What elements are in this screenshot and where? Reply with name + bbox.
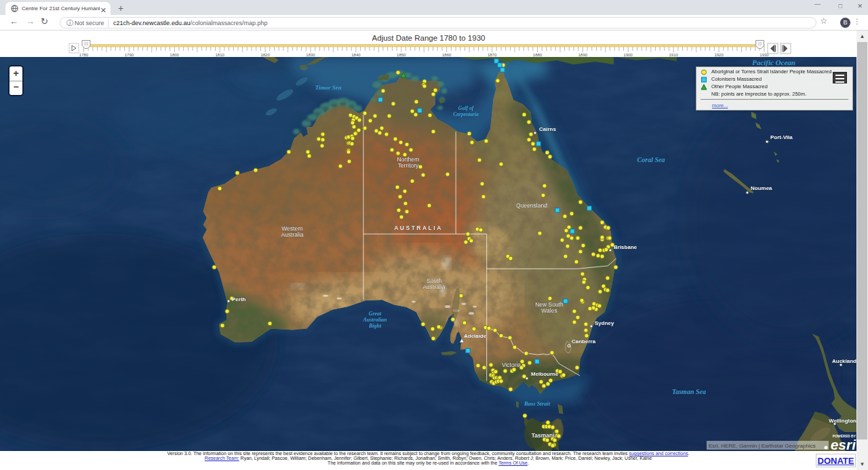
svg-text:Perth: Perth	[232, 296, 246, 302]
svg-text:Bass Strait: Bass Strait	[524, 400, 551, 407]
svg-text:Canberra: Canberra	[572, 338, 596, 345]
svg-text:1900: 1900	[624, 53, 633, 57]
svg-text:Cairns: Cairns	[539, 126, 556, 132]
svg-text:Australia: Australia	[281, 231, 303, 238]
svg-text:1860: 1860	[442, 53, 452, 57]
svg-text:1790: 1790	[125, 53, 134, 57]
svg-text:Noumea: Noumea	[751, 185, 772, 191]
svg-text:1890: 1890	[578, 53, 588, 57]
svg-text:Coral Sea: Coral Sea	[637, 156, 665, 163]
svg-text:Queensland: Queensland	[516, 202, 547, 209]
svg-text:AUSTRALIA: AUSTRALIA	[394, 224, 443, 231]
svg-text:Port-Vila: Port-Vila	[770, 134, 793, 140]
svg-text:Wales: Wales	[541, 307, 557, 314]
svg-text:1840: 1840	[351, 53, 361, 57]
svg-text:Wellington: Wellington	[829, 418, 856, 424]
svg-text:1820: 1820	[260, 53, 270, 57]
svg-text:1780: 1780	[79, 53, 89, 57]
svg-text:Great: Great	[369, 311, 382, 317]
svg-text:Australia: Australia	[422, 283, 445, 290]
svg-text:Australian: Australian	[362, 317, 387, 323]
svg-text:Territory: Territory	[398, 162, 419, 169]
svg-text:Esri, HERE, Garmin | Earthstar: Esri, HERE, Garmin | Earthstar Geographi…	[709, 443, 816, 449]
svg-text:1910: 1910	[669, 53, 679, 57]
svg-text:Melbourne: Melbourne	[531, 371, 559, 377]
svg-text:Victoria: Victoria	[502, 361, 521, 368]
svg-text:Tasman Sea: Tasman Sea	[672, 388, 706, 395]
svg-text:Adjust Date Range 1780 to 1930: Adjust Date Range 1780 to 1930	[372, 34, 486, 42]
svg-text:1810: 1810	[216, 53, 225, 57]
svg-text:1800: 1800	[170, 53, 180, 57]
svg-text:Auckland: Auckland	[832, 358, 856, 364]
svg-text:1880: 1880	[533, 53, 542, 57]
svg-text:Carpentaria: Carpentaria	[453, 111, 479, 117]
svg-text:esri: esri	[831, 437, 856, 451]
svg-text:1920: 1920	[714, 53, 724, 57]
svg-text:1830: 1830	[306, 53, 315, 57]
svg-text:Timor Sea: Timor Sea	[315, 84, 342, 91]
svg-text:1870: 1870	[488, 53, 497, 57]
svg-text:Brisbane: Brisbane	[614, 244, 637, 250]
svg-text:Sydney: Sydney	[595, 320, 614, 326]
svg-text:Bight: Bight	[368, 323, 382, 329]
svg-text:Adelaide: Adelaide	[464, 333, 487, 339]
svg-text:Pacific Ocean: Pacific Ocean	[752, 58, 795, 66]
svg-text:1850: 1850	[397, 53, 406, 57]
